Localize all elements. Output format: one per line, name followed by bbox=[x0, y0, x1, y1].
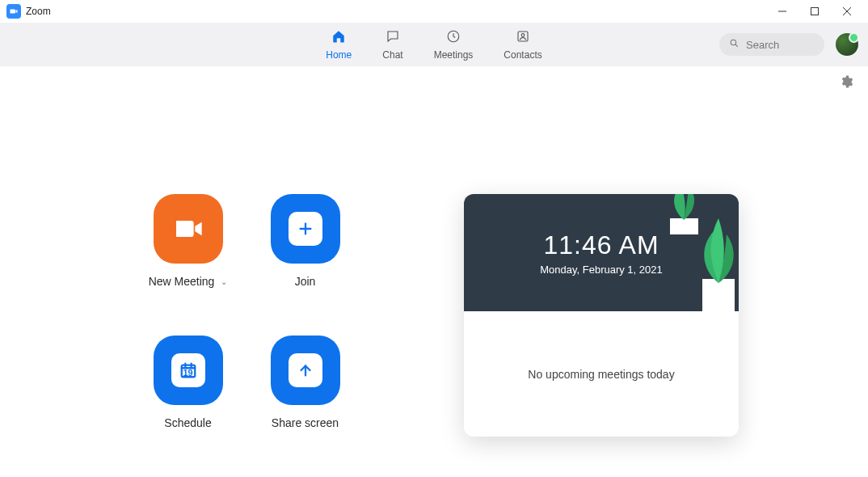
calendar-hero: 11:46 AM Monday, February 1, 2021 bbox=[464, 194, 739, 311]
clock-icon bbox=[446, 29, 461, 46]
chevron-down-icon[interactable]: ⌄ bbox=[221, 277, 227, 286]
tab-label: Contacts bbox=[504, 49, 541, 61]
settings-row bbox=[0, 66, 868, 89]
nav-tabs: Home Chat Meetings Contacts bbox=[326, 29, 541, 61]
no-meetings-text: No upcoming meetings today bbox=[528, 368, 674, 381]
window-controls bbox=[766, 0, 863, 23]
tab-label: Chat bbox=[382, 49, 402, 61]
svg-line-8 bbox=[735, 44, 738, 47]
calendar-day: 19 bbox=[183, 368, 192, 378]
calendar-card: 11:46 AM Monday, February 1, 2021 No upc… bbox=[464, 194, 739, 437]
plant-decoration-icon bbox=[658, 194, 706, 234]
schedule-button[interactable]: 19 Schedule bbox=[129, 336, 246, 437]
schedule-label: Schedule bbox=[164, 416, 211, 429]
join-label: Join bbox=[295, 275, 316, 288]
settings-button[interactable] bbox=[839, 74, 853, 89]
calendar-icon: 19 bbox=[171, 353, 205, 387]
share-screen-button[interactable]: Share screen bbox=[246, 336, 364, 437]
close-button[interactable] bbox=[831, 0, 863, 23]
calendar-body: No upcoming meetings today bbox=[464, 311, 739, 437]
tab-label: Meetings bbox=[434, 49, 474, 61]
share-screen-label: Share screen bbox=[272, 416, 339, 429]
current-time: 11:46 AM bbox=[543, 230, 659, 260]
video-icon bbox=[154, 194, 223, 264]
zoom-logo-icon bbox=[6, 4, 21, 19]
svg-rect-17 bbox=[670, 218, 698, 234]
title-bar-left: Zoom bbox=[6, 4, 51, 19]
toolbar-right: Search bbox=[719, 33, 858, 56]
arrow-up-icon bbox=[289, 353, 322, 387]
chat-icon bbox=[386, 29, 400, 46]
join-button[interactable]: Join bbox=[246, 194, 364, 295]
tab-label: Home bbox=[326, 49, 352, 61]
home-icon bbox=[331, 29, 346, 46]
window-title: Zoom bbox=[26, 6, 51, 17]
maximize-button[interactable] bbox=[798, 0, 831, 23]
actions-grid: New Meeting ⌄ Join 19 Schedule bbox=[48, 194, 364, 437]
current-date: Monday, February 1, 2021 bbox=[540, 264, 663, 276]
minimize-button[interactable] bbox=[766, 0, 798, 23]
search-icon bbox=[729, 38, 739, 51]
tab-home[interactable]: Home bbox=[326, 29, 352, 61]
contacts-icon bbox=[516, 29, 530, 46]
top-toolbar: Home Chat Meetings Contacts Search bbox=[0, 23, 868, 66]
main-content: New Meeting ⌄ Join 19 Schedule bbox=[0, 89, 868, 437]
join-tile bbox=[271, 194, 340, 264]
search-input[interactable]: Search bbox=[719, 33, 824, 56]
svg-rect-16 bbox=[702, 279, 735, 311]
tab-contacts[interactable]: Contacts bbox=[504, 29, 541, 61]
plus-icon bbox=[289, 212, 322, 246]
tab-chat[interactable]: Chat bbox=[382, 29, 402, 61]
action-label: New Meeting ⌄ bbox=[149, 275, 228, 288]
tab-meetings[interactable]: Meetings bbox=[434, 29, 474, 61]
svg-rect-1 bbox=[811, 8, 819, 15]
title-bar: Zoom bbox=[0, 0, 868, 23]
svg-point-6 bbox=[521, 33, 525, 36]
schedule-tile: 19 bbox=[154, 336, 223, 405]
new-meeting-button[interactable]: New Meeting ⌄ bbox=[129, 194, 246, 295]
new-meeting-label: New Meeting bbox=[149, 275, 215, 288]
search-placeholder: Search bbox=[746, 39, 779, 51]
svg-point-7 bbox=[731, 40, 736, 45]
profile-avatar[interactable] bbox=[836, 33, 858, 56]
share-tile bbox=[271, 336, 340, 405]
